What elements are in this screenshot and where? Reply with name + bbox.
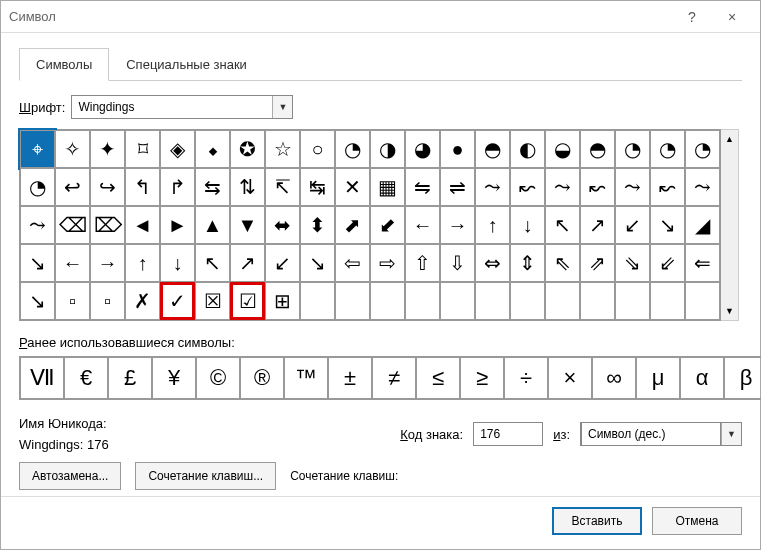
symbol-cell[interactable]: ↗	[230, 244, 265, 282]
symbol-cell[interactable]	[650, 282, 685, 320]
symbol-cell[interactable]: ◕	[405, 130, 440, 168]
symbol-cell[interactable]: ⇋	[405, 168, 440, 206]
symbol-cell[interactable]: ↖	[195, 244, 230, 282]
from-select[interactable]: ▼	[580, 422, 742, 446]
symbol-cell[interactable]: ⌖	[20, 130, 55, 168]
symbol-cell[interactable]: ☑	[230, 282, 265, 320]
symbol-cell[interactable]: ↗	[580, 206, 615, 244]
symbol-cell[interactable]: ⇦	[335, 244, 370, 282]
symbol-cell[interactable]: ⤳	[545, 168, 580, 206]
symbol-cell[interactable]: ⇙	[650, 244, 685, 282]
recent-cell[interactable]: ∞	[592, 357, 636, 399]
help-button[interactable]: ?	[672, 2, 712, 32]
symbol-cell[interactable]: ⤳	[20, 206, 55, 244]
symbol-cell[interactable]: ↑	[125, 244, 160, 282]
font-select[interactable]: ▼	[71, 95, 293, 119]
symbol-cell[interactable]: ↘	[300, 244, 335, 282]
symbol-cell[interactable]: ⤳	[685, 168, 720, 206]
recent-cell[interactable]: ≥	[460, 357, 504, 399]
symbol-cell[interactable]: ↑	[475, 206, 510, 244]
symbol-cell[interactable]: ◔	[650, 130, 685, 168]
scroll-up-icon[interactable]: ▲	[721, 130, 738, 148]
symbol-cell[interactable]: ◑	[370, 130, 405, 168]
cancel-button[interactable]: Отмена	[652, 507, 742, 535]
symbol-cell[interactable]	[405, 282, 440, 320]
recent-cell[interactable]: ™	[284, 357, 328, 399]
symbol-cell[interactable]	[685, 282, 720, 320]
symbol-cell[interactable]: ⇗	[580, 244, 615, 282]
recent-cell[interactable]: μ	[636, 357, 680, 399]
symbol-cell[interactable]: ►	[160, 206, 195, 244]
recent-cell[interactable]: ©	[196, 357, 240, 399]
close-button[interactable]: ×	[712, 2, 752, 32]
symbol-cell[interactable]: ↙	[265, 244, 300, 282]
code-input[interactable]	[473, 422, 543, 446]
symbol-cell[interactable]: ↓	[160, 244, 195, 282]
symbol-cell[interactable]: ▲	[195, 206, 230, 244]
symbol-cell[interactable]: ☆	[265, 130, 300, 168]
recent-cell[interactable]: ±	[328, 357, 372, 399]
symbol-cell[interactable]	[545, 282, 580, 320]
shortcut-button[interactable]: Сочетание клавиш...	[135, 462, 276, 490]
symbol-cell[interactable]: ↙	[615, 206, 650, 244]
recent-cell[interactable]: ®	[240, 357, 284, 399]
tab-special-chars[interactable]: Специальные знаки	[109, 48, 264, 81]
symbol-cell[interactable]: ⇕	[510, 244, 545, 282]
symbol-cell[interactable]	[615, 282, 650, 320]
symbol-cell[interactable]: ✕	[335, 168, 370, 206]
symbol-cell[interactable]: ✧	[55, 130, 90, 168]
from-input[interactable]	[581, 422, 721, 446]
symbol-cell[interactable]: ↸	[265, 168, 300, 206]
symbol-cell[interactable]: ☒	[195, 282, 230, 320]
symbol-cell[interactable]: ⇌	[440, 168, 475, 206]
symbol-cell[interactable]: ⌦	[90, 206, 125, 244]
symbol-cell[interactable]: ▫	[55, 282, 90, 320]
symbol-cell[interactable]: ↰	[125, 168, 160, 206]
symbol-cell[interactable]: ◢	[685, 206, 720, 244]
symbol-cell[interactable]	[335, 282, 370, 320]
symbol-cell[interactable]: ⤳	[475, 168, 510, 206]
symbol-cell[interactable]: ◐	[510, 130, 545, 168]
symbol-cell[interactable]: ⇘	[615, 244, 650, 282]
recent-cell[interactable]: Ⅶ	[20, 357, 64, 399]
recent-cell[interactable]: β	[724, 357, 761, 399]
symbol-cell[interactable]: ⇨	[370, 244, 405, 282]
symbol-cell[interactable]: ◒	[545, 130, 580, 168]
symbol-cell[interactable]: ↱	[160, 168, 195, 206]
symbol-cell[interactable]: ⌫	[55, 206, 90, 244]
symbol-cell[interactable]: ○	[300, 130, 335, 168]
recent-cell[interactable]: α	[680, 357, 724, 399]
grid-scrollbar[interactable]: ▲ ▼	[721, 129, 739, 321]
recent-cell[interactable]: ≤	[416, 357, 460, 399]
symbol-cell[interactable]: ↜	[510, 168, 545, 206]
symbol-cell[interactable]: ⬥	[195, 130, 230, 168]
recent-cell[interactable]: ≠	[372, 357, 416, 399]
symbol-cell[interactable]: ⬍	[300, 206, 335, 244]
symbol-cell[interactable]: ▫	[90, 282, 125, 320]
symbol-cell[interactable]	[475, 282, 510, 320]
symbol-cell[interactable]: ◔	[20, 168, 55, 206]
recent-cell[interactable]: ¥	[152, 357, 196, 399]
symbol-cell[interactable]: ◄	[125, 206, 160, 244]
symbol-cell[interactable]: ◔	[335, 130, 370, 168]
symbol-cell[interactable]: ↘	[20, 244, 55, 282]
symbol-cell[interactable]: ⌑	[125, 130, 160, 168]
symbol-cell[interactable]	[510, 282, 545, 320]
chevron-down-icon[interactable]: ▼	[272, 96, 292, 118]
insert-button[interactable]: Вставить	[552, 507, 642, 535]
symbol-cell[interactable]: ↓	[510, 206, 545, 244]
symbol-cell[interactable]	[580, 282, 615, 320]
recent-cell[interactable]: ×	[548, 357, 592, 399]
symbol-cell[interactable]: ⇧	[405, 244, 440, 282]
symbol-cell[interactable]: ↖	[545, 206, 580, 244]
symbol-cell[interactable]: ◓	[475, 130, 510, 168]
tab-symbols[interactable]: Символы	[19, 48, 109, 81]
symbol-cell[interactable]: ↘	[20, 282, 55, 320]
symbol-cell[interactable]: ✪	[230, 130, 265, 168]
symbol-cell[interactable]: ◔	[685, 130, 720, 168]
symbol-cell[interactable]: ←	[405, 206, 440, 244]
symbol-cell[interactable]: ◓	[580, 130, 615, 168]
symbol-cell[interactable]: ⬋	[370, 206, 405, 244]
chevron-down-icon[interactable]: ▼	[721, 423, 741, 445]
autocorrect-button[interactable]: Автозамена...	[19, 462, 121, 490]
